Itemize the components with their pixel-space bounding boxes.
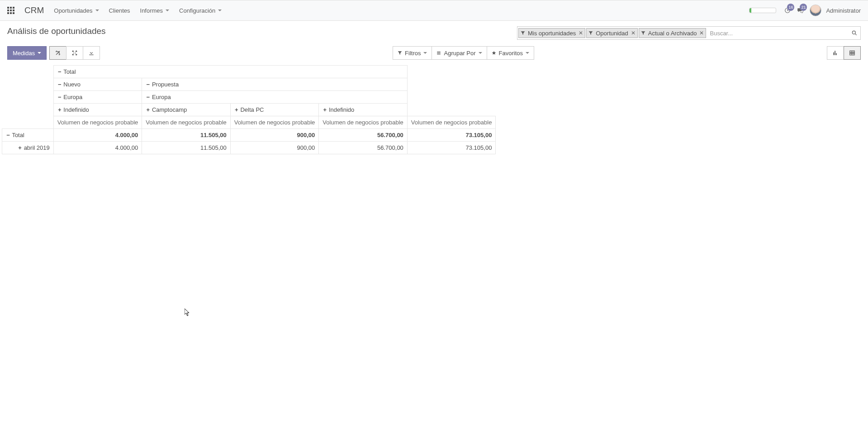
collapse-icon[interactable]: − [146,81,150,88]
download-icon [88,50,95,56]
row-header-label: Total [12,132,24,138]
pivot-table-container: − Total − Nuevo − Propuesta [0,65,868,154]
favorites-button[interactable]: Favoritos [487,46,534,60]
app-name[interactable]: CRM [24,5,44,15]
expand-icon[interactable]: + [18,144,22,151]
pivot-row-month: + abril 2019 4.000,00 11.505,00 900,00 5… [2,142,496,154]
filter-tag-actual-archivado[interactable]: Actual o Archivado ✕ [639,28,707,38]
button-label: Filtros [405,50,421,57]
collapse-icon[interactable]: − [146,94,150,100]
caret-down-icon [479,52,482,54]
measure-label[interactable]: Volumen de negocios probable [319,116,408,129]
col-header-stage-nuevo[interactable]: − Nuevo [53,78,142,91]
funnel-icon [521,31,525,35]
expand-icon[interactable]: + [234,106,239,113]
col-header-grandtotal-spacer [407,66,496,78]
caret-down-icon [38,52,41,54]
pivot-corner [2,66,54,78]
nav-informes[interactable]: Informes [140,7,170,14]
view-switch-group [827,46,861,60]
collapse-icon[interactable]: − [57,94,62,100]
cursor-icon [185,309,190,317]
search-icon[interactable] [851,30,858,36]
collapse-icon[interactable]: − [57,81,62,88]
col-header-company-indefinido-1[interactable]: + Indefinido [53,104,142,116]
pivot-cell: 73.105,00 [407,142,496,154]
download-button[interactable] [83,46,100,60]
pivot-view-button[interactable] [844,46,861,60]
measure-label[interactable]: Volumen de negocios probable [230,116,319,129]
nav-label: Configuración [179,7,215,14]
col-header-region-europa-2[interactable]: − Europa [142,91,408,104]
col-header-label: Propuesta [152,81,179,88]
filter-tag-remove[interactable]: ✕ [699,30,704,36]
expand-all-button[interactable] [66,46,83,60]
fullscreen-icon [71,50,78,56]
col-header-region-europa-1[interactable]: − Europa [53,91,142,104]
button-label: Favoritos [499,50,523,57]
pivot-cell: 11.505,00 [142,142,231,154]
pivot-cell: 73.105,00 [407,129,496,142]
graph-view-button[interactable] [827,46,844,60]
star-icon [492,51,496,55]
bar-chart-icon [832,50,839,56]
nav-label: Informes [140,7,163,14]
groupby-button[interactable]: Agrupar Por [432,46,487,60]
measure-label[interactable]: Volumen de negocios probable [407,116,496,129]
filter-tag-label: Mis oportunidades [528,30,576,37]
apps-grid-icon[interactable] [7,7,14,14]
user-name-label[interactable]: Administrator [826,7,861,14]
filters-button[interactable]: Filtros [393,46,432,60]
col-header-company-indefinido-2[interactable]: + Indefinido [319,104,408,116]
col-header-label: Nuevo [63,81,81,88]
filter-tag-label: Oportunidad [596,30,628,37]
measure-label[interactable]: Volumen de negocios probable [142,116,231,129]
pivot-row-total: − Total 4.000,00 11.505,00 900,00 56.700… [2,129,496,142]
messages-icon[interactable]: 21 [797,7,803,14]
search-box[interactable]: Mis oportunidades ✕ Oportunidad ✕ Actual… [517,26,861,40]
nav-configuracion[interactable]: Configuración [179,7,222,14]
user-avatar[interactable] [810,5,821,16]
col-header-total[interactable]: − Total [53,66,407,78]
nav-clientes[interactable]: Clientes [109,7,130,14]
collapse-icon[interactable]: − [6,132,10,138]
pivot-cell: 900,00 [230,142,319,154]
measure-label[interactable]: Volumen de negocios probable [53,116,142,129]
expand-icon[interactable]: + [57,106,62,113]
filter-tag-remove[interactable]: ✕ [579,30,583,36]
search-options-group: Filtros Agrupar Por Favoritos [393,46,534,60]
expand-icon[interactable]: + [146,106,150,113]
col-header-label: Europa [152,94,171,100]
search-input[interactable] [707,27,849,39]
caret-down-icon [526,52,529,54]
row-header-label: abril 2019 [24,144,50,151]
pivot-action-group [49,46,100,60]
control-bar: Análisis de oportunidades Mis oportunida… [0,21,868,43]
filter-tag-mis-oportunidades[interactable]: Mis oportunidades ✕ [518,28,585,38]
svg-rect-2 [850,51,855,55]
col-header-company-camptocamp[interactable]: + Camptocamp [142,104,231,116]
funnel-icon [398,51,402,55]
search-area: Mis oportunidades ✕ Oportunidad ✕ Actual… [106,26,861,40]
measures-button[interactable]: Medidas [7,46,47,60]
button-label: Agrupar Por [444,50,475,57]
progress-fill [749,8,751,13]
collapse-icon[interactable]: − [57,68,62,75]
expand-icon[interactable]: + [323,106,327,113]
activity-icon[interactable]: 16 [784,7,791,14]
toolbar: Medidas Filtros Agrupar Por Favoritos [0,43,868,65]
flip-axis-button[interactable] [49,46,66,60]
col-header-company-deltapc[interactable]: + Delta PC [230,104,319,116]
pivot-cell: 11.505,00 [142,129,231,142]
filter-tag-oportunidad[interactable]: Oportunidad ✕ [586,28,638,38]
progress-bar [749,8,776,13]
filter-tag-remove[interactable]: ✕ [631,30,636,36]
table-icon [849,50,855,56]
pivot-cell: 56.700,00 [319,142,408,154]
col-header-stage-propuesta[interactable]: − Propuesta [142,78,408,91]
row-header-total[interactable]: − Total [2,129,54,142]
row-header-abril-2019[interactable]: + abril 2019 [2,142,54,154]
nav-oportunidades[interactable]: Oportunidades [54,7,99,14]
svg-point-1 [852,31,855,34]
pivot-cell: 4.000,00 [53,142,142,154]
